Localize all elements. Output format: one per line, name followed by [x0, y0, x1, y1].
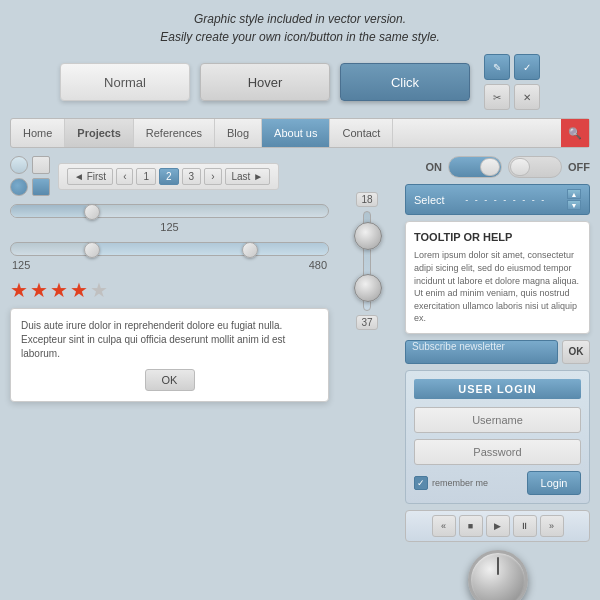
v-slider-thumb-top[interactable]	[354, 222, 382, 250]
hover-button[interactable]: Hover	[200, 63, 330, 101]
media-prev-btn[interactable]: «	[432, 515, 456, 537]
select-dashes: - - - - - - - - -	[445, 195, 567, 205]
buttons-row: Normal Hover Click ✎ ✓ ✂ ✕	[10, 54, 590, 110]
toggle-on-switch[interactable]	[448, 156, 502, 178]
dialog-box: Duis aute irure dolor in reprehenderit d…	[10, 308, 329, 402]
x-icon-btn[interactable]: ✕	[514, 84, 540, 110]
main-section: ◄ First ‹ 1 2 3 › Last ► 125	[10, 156, 590, 600]
page-2-btn[interactable]: 2	[159, 168, 179, 185]
slider-2-thumb-right[interactable]	[242, 242, 258, 258]
first-page-btn[interactable]: ◄ First	[67, 168, 113, 185]
controls-row: ◄ First ‹ 1 2 3 › Last ►	[10, 156, 329, 196]
v-slider-track[interactable]	[363, 211, 371, 311]
radio-check-group	[10, 156, 50, 196]
nav-references[interactable]: References	[134, 119, 215, 147]
subscribe-placeholder: Subscribe newsletter	[412, 341, 505, 352]
remember-checkbox[interactable]: ✓	[414, 476, 428, 490]
left-column: ◄ First ‹ 1 2 3 › Last ► 125	[10, 156, 329, 600]
star-5[interactable]: ★	[90, 278, 108, 302]
nav-projects[interactable]: Projects	[65, 119, 133, 147]
toggle-off-switch[interactable]	[508, 156, 562, 178]
slider-1-values: 125	[10, 220, 329, 234]
slider-2-track[interactable]	[10, 242, 329, 256]
last-page-btn[interactable]: Last ►	[225, 168, 271, 185]
select-up-arrow[interactable]: ▲	[567, 189, 581, 199]
header-line1: Graphic style included in vector version…	[0, 10, 600, 28]
v-value-bottom: 37	[356, 315, 377, 330]
slider-2-values: 125 480	[10, 258, 329, 272]
right-column: ON OFF Select - - - - - - - - - ▲ ▼ TOOL…	[405, 156, 590, 600]
click-button[interactable]: Click	[340, 63, 470, 101]
nav-blog[interactable]: Blog	[215, 119, 262, 147]
icon-btn-row-top: ✎ ✓	[484, 54, 540, 80]
slider-2-fill	[90, 243, 328, 255]
star-4[interactable]: ★	[70, 278, 88, 302]
wrench-icon-btn[interactable]: ✂	[484, 84, 510, 110]
checkbox-2[interactable]	[32, 178, 50, 196]
login-title: USER LOGIN	[414, 379, 581, 399]
dialog-text: Duis aute irure dolor in reprehenderit d…	[21, 319, 318, 361]
tooltip-box: TOOLTIP OR HELP Lorem ipsum dolor sit am…	[405, 221, 590, 334]
slider-2-value1: 125	[12, 259, 30, 271]
dialog-ok-button[interactable]: OK	[145, 369, 195, 391]
slider-2-thumb-left[interactable]	[84, 242, 100, 258]
icon-btn-row-bottom: ✂ ✕	[484, 84, 540, 110]
star-1[interactable]: ★	[10, 278, 28, 302]
login-box: USER LOGIN ✓ remember me Login	[405, 370, 590, 504]
login-bottom: ✓ remember me Login	[414, 471, 581, 495]
page-1-btn[interactable]: 1	[136, 168, 156, 185]
slider-2-container: 125 480	[10, 240, 329, 272]
stars-rating: ★ ★ ★ ★ ★	[10, 278, 329, 302]
remember-label: remember me	[432, 478, 488, 488]
tooltip-text: Lorem ipsum dolor sit amet, consectetur …	[414, 249, 581, 325]
on-label: ON	[426, 161, 443, 173]
page-3-btn[interactable]: 3	[182, 168, 202, 185]
toggle-group: ON OFF	[405, 156, 590, 178]
v-value-top: 18	[356, 192, 377, 207]
icon-buttons-group: ✎ ✓ ✂ ✕	[484, 54, 540, 110]
radio-btn-2[interactable]	[10, 178, 28, 196]
vertical-slider-area: 18 37	[337, 156, 397, 600]
star-2[interactable]: ★	[30, 278, 48, 302]
select-down-arrow[interactable]: ▼	[567, 200, 581, 210]
slider-1-container: 125	[10, 202, 329, 234]
select-label: Select	[414, 194, 445, 206]
slider-1-track[interactable]	[10, 204, 329, 218]
check-icon-btn[interactable]: ✓	[514, 54, 540, 80]
v-slider: 18 37	[356, 192, 377, 330]
nav-home[interactable]: Home	[11, 119, 65, 147]
select-dropdown[interactable]: Select - - - - - - - - - ▲ ▼	[405, 184, 590, 215]
volume-knob[interactable]	[468, 550, 528, 600]
media-pause-btn[interactable]: ⏸	[513, 515, 537, 537]
media-stop-btn[interactable]: ■	[459, 515, 483, 537]
prev-page-btn[interactable]: ‹	[116, 168, 133, 185]
off-label: OFF	[568, 161, 590, 173]
star-3[interactable]: ★	[50, 278, 68, 302]
next-page-btn[interactable]: ›	[204, 168, 221, 185]
radio-btn-1[interactable]	[10, 156, 28, 174]
toggle-on-knob	[480, 158, 500, 176]
login-button[interactable]: Login	[527, 471, 581, 495]
checkbox-1[interactable]	[32, 156, 50, 174]
knob-indicator	[497, 557, 499, 575]
header-line2: Easily create your own icon/button in th…	[0, 28, 600, 46]
v-slider-thumb-bottom[interactable]	[354, 274, 382, 302]
normal-button[interactable]: Normal	[60, 63, 190, 101]
subscribe-ok-btn[interactable]: OK	[562, 340, 590, 364]
tooltip-title: TOOLTIP OR HELP	[414, 230, 581, 245]
nav-about[interactable]: About us	[262, 119, 330, 147]
nav-contact[interactable]: Contact	[330, 119, 393, 147]
media-play-btn[interactable]: ▶	[486, 515, 510, 537]
media-next-btn[interactable]: »	[540, 515, 564, 537]
media-controls: « ■ ▶ ⏸ »	[405, 510, 590, 542]
slider-2-value2: 480	[309, 259, 327, 271]
knob-container	[405, 550, 590, 600]
nav-search-btn[interactable]: 🔍	[561, 119, 589, 147]
password-input[interactable]	[414, 439, 581, 465]
pagination: ◄ First ‹ 1 2 3 › Last ►	[58, 163, 279, 190]
slider-1-value: 125	[160, 221, 178, 233]
username-input[interactable]	[414, 407, 581, 433]
subscribe-input[interactable]: Subscribe newsletter	[405, 340, 558, 364]
pencil-icon-btn[interactable]: ✎	[484, 54, 510, 80]
slider-1-thumb[interactable]	[84, 204, 100, 220]
